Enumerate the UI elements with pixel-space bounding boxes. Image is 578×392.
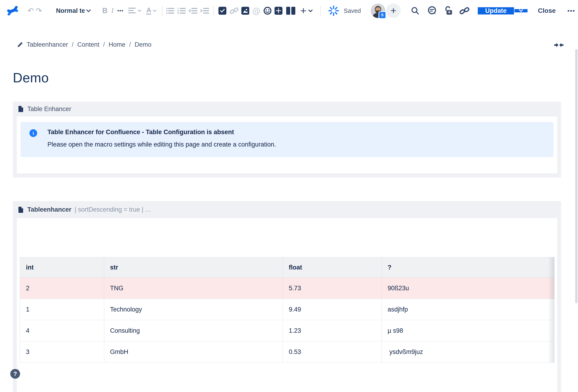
breadcrumb-separator: /	[129, 41, 131, 48]
more-formatting-icon[interactable]: •••	[117, 8, 123, 14]
redo-icon[interactable]: ↷	[36, 6, 42, 15]
collapse-width-icon[interactable]	[554, 42, 564, 48]
bold-icon[interactable]: B	[102, 6, 107, 15]
vertical-scrollbar[interactable]	[575, 49, 578, 303]
macro-header: Table Enhancer	[13, 102, 561, 117]
macro-title: Tableenhancer	[27, 206, 71, 213]
info-icon: i	[29, 129, 37, 137]
chevron-down-icon	[518, 9, 524, 12]
document-icon	[18, 106, 24, 113]
toolbar-divider	[162, 6, 162, 16]
table-row[interactable]: 2 TNG 5.73 90ß23u	[20, 278, 555, 299]
cell: 5.73	[283, 278, 382, 299]
plus-icon: +	[391, 5, 396, 16]
layouts-icon[interactable]	[286, 6, 296, 15]
align-icon	[128, 7, 136, 14]
insert-more-icon[interactable]: +	[300, 5, 306, 17]
undo-icon[interactable]: ↶	[28, 6, 34, 15]
macro-title: Table Enhancer	[27, 106, 71, 113]
macro-body: i Table Enhancer for Confluence - Table …	[17, 117, 557, 173]
confluence-editor-window: ↶ ↷ Normal text B I ••• A	[0, 0, 578, 392]
info-panel: i Table Enhancer for Confluence - Table …	[21, 122, 553, 157]
comments-icon[interactable]	[427, 6, 437, 15]
table-row[interactable]: 3 GmbH 0.53 ysdvßm9juz	[20, 341, 555, 363]
breadcrumb-item-demo[interactable]: Demo	[135, 41, 151, 48]
link-icon[interactable]	[230, 7, 239, 15]
search-icon[interactable]	[411, 6, 419, 15]
edit-pencil-icon	[17, 42, 23, 48]
confluence-logo-icon[interactable]	[7, 5, 18, 16]
cell: 1	[20, 299, 104, 320]
breadcrumb: Tableenhancer / Content / Home / Demo	[17, 41, 151, 48]
cell: 90ß23u	[382, 278, 555, 299]
breadcrumb-item-space[interactable]: Tableenhancer	[27, 41, 68, 48]
table-header-row: int str float ?	[20, 257, 555, 278]
text-color-icon: A	[146, 7, 151, 15]
macro-tableenhancer[interactable]: Tableenhancer | sortDescending = true | …	[13, 201, 561, 392]
add-people-button[interactable]: +	[386, 3, 401, 18]
macro-params: | sortDescending = true | …	[75, 206, 151, 213]
breadcrumb-separator: /	[103, 41, 105, 48]
update-button[interactable]: Update	[478, 7, 514, 14]
text-color-dropdown[interactable]: A	[146, 7, 157, 15]
insert-chevron-icon[interactable]	[308, 9, 313, 12]
save-status: Saved	[344, 7, 361, 14]
chevron-down-icon	[86, 9, 91, 12]
avatar-status-badge: S	[379, 11, 386, 19]
more-options-icon[interactable]: •••	[568, 7, 575, 14]
chevron-down-icon	[152, 9, 157, 12]
numbered-list-icon[interactable]	[177, 7, 186, 14]
cell: 2	[20, 278, 104, 299]
insert-image-icon[interactable]	[241, 7, 249, 15]
update-options-button[interactable]	[514, 9, 528, 12]
macro-header: Tableenhancer | sortDescending = true | …	[13, 201, 561, 218]
cell: µ s98	[382, 320, 555, 341]
close-button[interactable]: Close	[538, 7, 556, 14]
toolbar-divider	[320, 6, 321, 16]
cell: ysdvßm9juz	[382, 341, 555, 363]
emoji-icon[interactable]	[263, 6, 272, 15]
cell: 3	[20, 341, 104, 363]
task-checkbox-icon[interactable]	[218, 7, 226, 15]
cell: TNG	[104, 278, 283, 299]
cell: Consulting	[104, 320, 283, 341]
macro-table-enhancer[interactable]: Table Enhancer i Table Enhancer for Conf…	[13, 102, 561, 178]
macro-body: int str float ? 2 TNG 5.73 90ß23u	[17, 218, 557, 392]
avatar[interactable]: S	[371, 3, 385, 18]
cell: GmbH	[104, 341, 283, 363]
column-header-int[interactable]: int	[20, 257, 104, 278]
breadcrumb-separator: /	[72, 41, 74, 48]
outdent-icon[interactable]	[189, 7, 197, 14]
table-row[interactable]: 1 Technology 9.49 asdjhfp	[20, 299, 555, 320]
column-header-str[interactable]: str	[104, 257, 283, 278]
breadcrumb-item-content[interactable]: Content	[77, 41, 99, 48]
cell: 4	[20, 320, 104, 341]
saving-spinner-icon	[328, 5, 339, 16]
page-title[interactable]: Demo	[13, 70, 49, 85]
data-table: int str float ? 2 TNG 5.73 90ß23u	[20, 257, 555, 363]
cell: Technology	[104, 299, 283, 320]
text-style-label: Normal text	[56, 7, 85, 14]
cell: asdjhfp	[382, 299, 555, 320]
column-header-q[interactable]: ?	[382, 257, 555, 278]
editor-toolbar: ↶ ↷ Normal text B I ••• A	[0, 0, 578, 21]
table-row[interactable]: 4 Consulting 1.23 µ s98	[20, 320, 555, 341]
data-table-container: int str float ? 2 TNG 5.73 90ß23u	[20, 257, 554, 363]
insert-table-icon[interactable]	[275, 7, 283, 15]
chevron-down-icon	[137, 9, 142, 12]
bullet-list-icon[interactable]	[166, 7, 175, 14]
column-header-float[interactable]: float	[283, 257, 382, 278]
copy-link-icon[interactable]	[460, 6, 469, 15]
text-align-dropdown[interactable]	[128, 7, 142, 14]
mention-icon[interactable]: @	[252, 6, 260, 16]
toolbar-divider	[213, 6, 214, 16]
breadcrumb-item-home[interactable]: Home	[109, 41, 125, 48]
cell: 1.23	[283, 320, 382, 341]
help-button[interactable]: ?	[10, 369, 20, 379]
unlock-icon[interactable]	[444, 6, 453, 15]
cell: 9.49	[283, 299, 382, 320]
indent-icon[interactable]	[200, 7, 209, 14]
cell: 0.53	[283, 341, 382, 363]
italic-icon[interactable]: I	[111, 6, 114, 15]
text-style-dropdown[interactable]: Normal text	[56, 7, 91, 14]
